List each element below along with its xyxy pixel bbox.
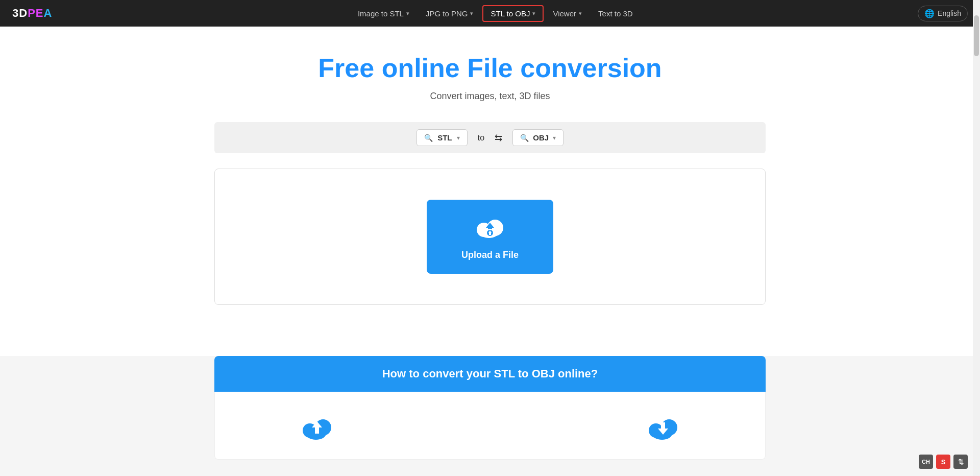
- how-step-1: [235, 412, 398, 449]
- nav-label-image-to-stl: Image to STL: [358, 9, 404, 18]
- swap-icon[interactable]: ⇆: [495, 132, 502, 144]
- bottom-right-icons: CH S ⇅: [919, 455, 968, 469]
- nav-item-stl-to-obj[interactable]: STL to OBJ ▾: [482, 5, 544, 22]
- svg-rect-7: [489, 232, 491, 235]
- upload-button-label: Upload a File: [461, 250, 519, 260]
- hero-section: Free online File conversion Convert imag…: [0, 27, 980, 356]
- ch-icon[interactable]: CH: [919, 455, 933, 469]
- chevron-down-icon-2: ▾: [532, 10, 535, 17]
- chevron-down-icon-1: ▾: [470, 10, 473, 17]
- nav-links: Image to STL ▾ JPG to PNG ▾ STL to OBJ ▾…: [72, 5, 918, 22]
- page-subtitle: Convert images, text, 3D files: [10, 91, 970, 102]
- s-icon[interactable]: S: [936, 455, 950, 469]
- upload-area: Upload a File: [214, 169, 766, 305]
- how-step-middle: [408, 412, 571, 449]
- nav-item-jpg-to-png[interactable]: JPG to PNG ▾: [419, 6, 481, 21]
- format-bar: 🔍 STL ▾ to ⇆ 🔍 OBJ ▾: [214, 122, 766, 153]
- nav-item-text-to-3d[interactable]: Text to 3D: [591, 6, 640, 21]
- nav-label-jpg-to-png: JPG to PNG: [426, 9, 468, 18]
- navbar: 3D P E A Image to STL ▾ JPG to PNG ▾ STL…: [0, 0, 980, 27]
- upload-button[interactable]: Upload a File: [427, 200, 553, 274]
- language-selector[interactable]: 🌐 English: [918, 6, 968, 21]
- to-format-label: OBJ: [533, 133, 549, 142]
- how-step-2: [582, 412, 745, 449]
- chevron-down-icon-from: ▾: [457, 134, 460, 141]
- scroll-arrows-icon[interactable]: ⇅: [953, 455, 968, 469]
- scrollbar[interactable]: [973, 0, 980, 476]
- how-to-header: How to convert your STL to OBJ online?: [214, 356, 766, 392]
- logo[interactable]: 3D P E A: [12, 7, 52, 20]
- step-download-icon: [647, 412, 679, 449]
- globe-icon: 🌐: [924, 9, 935, 18]
- page-title: Free online File conversion: [10, 52, 970, 84]
- nav-right: 🌐 English: [918, 6, 968, 21]
- logo-a: A: [44, 7, 53, 20]
- chevron-down-icon-3: ▾: [579, 10, 582, 17]
- logo-p: P: [28, 7, 36, 20]
- from-format-label: STL: [437, 133, 453, 142]
- to-format-selector[interactable]: 🔍 OBJ ▾: [512, 129, 564, 146]
- nav-item-image-to-stl[interactable]: Image to STL ▾: [351, 6, 416, 21]
- step-upload-icon: [301, 412, 333, 449]
- nav-item-viewer[interactable]: Viewer ▾: [546, 6, 589, 21]
- search-icon-to: 🔍: [520, 134, 529, 142]
- how-to-steps: [214, 392, 766, 460]
- chevron-down-icon-to: ▾: [553, 134, 556, 141]
- chevron-down-icon-0: ▾: [406, 10, 409, 17]
- scrollbar-thumb[interactable]: [974, 15, 979, 56]
- how-to-title: How to convert your STL to OBJ online?: [382, 367, 598, 380]
- nav-label-stl-to-obj: STL to OBJ: [491, 9, 530, 18]
- how-to-section: How to convert your STL to OBJ online?: [0, 356, 980, 476]
- from-format-selector[interactable]: 🔍 STL ▾: [416, 129, 468, 146]
- to-label: to: [478, 133, 484, 142]
- search-icon-from: 🔍: [424, 134, 433, 142]
- cloud-upload-icon: [474, 213, 506, 243]
- logo-3d: 3D: [12, 7, 28, 20]
- language-label: English: [938, 9, 961, 17]
- nav-label-text-to-3d: Text to 3D: [598, 9, 633, 18]
- nav-label-viewer: Viewer: [553, 9, 576, 18]
- logo-e: E: [36, 7, 44, 20]
